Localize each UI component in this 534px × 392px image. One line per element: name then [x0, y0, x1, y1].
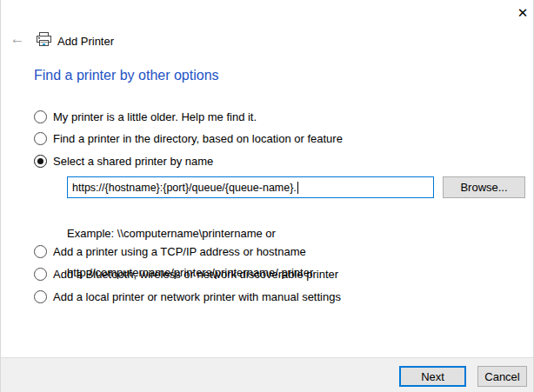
radio-label: My printer is a little older. Help me fi…	[53, 110, 257, 123]
radio-local-printer-manual[interactable]: Add a local printer or network printer w…	[34, 290, 341, 303]
radio-label: Add a Bluetooth, wireless or network dis…	[53, 268, 338, 281]
add-printer-dialog: ✕ ← Add Printer Find a printer by other …	[0, 0, 534, 392]
radio-circle-icon	[34, 290, 47, 303]
radio-tcpip-printer[interactable]: Add a printer using a TCP/IP address or …	[34, 245, 306, 258]
radio-find-in-directory[interactable]: Find a printer in the directory, based o…	[34, 132, 343, 145]
close-button[interactable]: ✕	[512, 3, 533, 23]
text-caret	[297, 182, 298, 194]
close-icon: ✕	[517, 5, 529, 21]
radio-circle-icon	[34, 245, 47, 258]
radio-label: Select a shared printer by name	[53, 155, 213, 168]
browse-button[interactable]: Browse...	[443, 176, 525, 198]
radio-circle-icon	[34, 132, 47, 145]
radio-circle-icon	[34, 110, 47, 123]
cancel-button[interactable]: Cancel	[477, 366, 527, 387]
page-title: Find a printer by other options	[34, 68, 219, 83]
radio-shared-printer-by-name[interactable]: Select a shared printer by name	[34, 155, 213, 168]
back-arrow-icon: ←	[10, 30, 25, 47]
radio-label: Add a printer using a TCP/IP address or …	[53, 245, 306, 258]
radio-selected-icon	[34, 155, 47, 168]
radio-bluetooth-wireless-printer[interactable]: Add a Bluetooth, wireless or network dis…	[34, 268, 338, 281]
radio-older-printer[interactable]: My printer is a little older. Help me fi…	[34, 110, 257, 123]
printer-icon	[36, 32, 52, 50]
shared-printer-name-input[interactable]: https://{hostname}:{port}/queue/{queue-n…	[67, 176, 434, 198]
radio-label: Add a local printer or network printer w…	[53, 290, 341, 303]
back-button[interactable]: ←	[6, 30, 29, 49]
dialog-title: Add Printer	[57, 35, 114, 48]
example-line-1: Example: \\computername\printername or	[67, 227, 313, 240]
radio-label: Find a printer in the directory, based o…	[53, 132, 343, 145]
next-button[interactable]: Next	[399, 366, 466, 387]
input-value: https://{hostname}:{port}/queue/{queue-n…	[72, 182, 297, 194]
radio-circle-icon	[34, 268, 47, 281]
